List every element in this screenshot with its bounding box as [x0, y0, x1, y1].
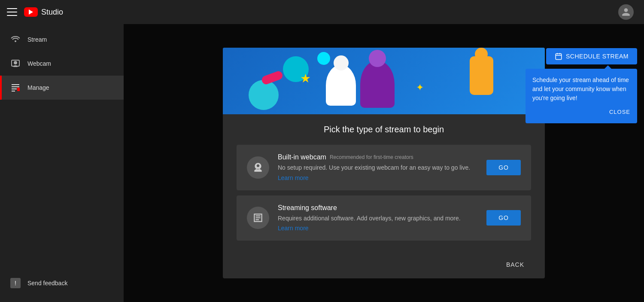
- sidebar-item-webcam[interactable]: Webcam: [0, 52, 124, 76]
- svg-rect-8: [12, 91, 15, 92]
- svg-point-1: [14, 61, 17, 64]
- sidebar-item-manage[interactable]: Manage: [0, 76, 124, 100]
- stream-icon: [10, 34, 21, 45]
- main-content: SCHEDULE STREAM Schedule your stream ahe…: [124, 24, 644, 302]
- svg-rect-9: [17, 88, 20, 91]
- schedule-tooltip: Schedule your stream ahead of time and l…: [526, 69, 637, 123]
- send-feedback-button[interactable]: ! Send feedback: [0, 271, 124, 295]
- sidebar-item-stream[interactable]: Stream: [0, 27, 124, 52]
- software-go-button[interactable]: GO: [486, 210, 521, 226]
- software-learn-more-link[interactable]: Learn more: [278, 225, 309, 232]
- sidebar-stream-label: Stream: [27, 36, 47, 43]
- sidebar: Stream Webcam Manage ! Send: [0, 24, 124, 302]
- feedback-icon: !: [10, 278, 21, 288]
- sidebar-manage-label: Manage: [27, 84, 49, 91]
- menu-icon[interactable]: [7, 7, 17, 17]
- star-icon-2: ✦: [416, 82, 424, 93]
- youtube-logo-icon: [24, 7, 38, 17]
- header: Studio: [0, 0, 644, 24]
- hero-illustration: ★ ✦: [223, 48, 545, 114]
- webcam-option-card: Built-in webcam Recommended for first-ti…: [237, 145, 531, 190]
- svg-point-0: [15, 40, 16, 42]
- svg-rect-10: [556, 54, 562, 60]
- sidebar-bottom: ! Send feedback: [0, 271, 124, 302]
- webcam-option-desc: No setup required. Use your existing web…: [278, 164, 478, 172]
- avatar[interactable]: [618, 4, 634, 20]
- dialog-hero: ★ ✦: [223, 48, 545, 114]
- webcam-option-text: Built-in webcam Recommended for first-ti…: [278, 153, 478, 182]
- webcam-learn-more-link[interactable]: Learn more: [278, 174, 309, 181]
- feedback-label: Send feedback: [27, 280, 67, 287]
- tooltip-close-button[interactable]: CLOSE: [532, 108, 630, 116]
- back-button[interactable]: BACK: [499, 258, 531, 271]
- schedule-area: SCHEDULE STREAM Schedule your stream ahe…: [546, 48, 637, 64]
- svg-rect-7: [12, 88, 17, 89]
- dialog-title: Pick the type of stream to begin: [237, 125, 531, 134]
- tooltip-text: Schedule your stream ahead of time and l…: [532, 76, 629, 101]
- software-option-desc: Requires additional software. Add overla…: [278, 214, 478, 223]
- dialog: ★ ✦ Pick the type of stream to begin: [223, 48, 545, 278]
- dialog-content: Pick the type of stream to begin Built-i…: [223, 114, 545, 256]
- software-option-icon: [247, 207, 269, 229]
- svg-rect-5: [12, 84, 19, 85]
- svg-rect-6: [12, 86, 19, 87]
- webcam-option-icon: [247, 156, 269, 179]
- webcam-go-button[interactable]: GO: [486, 160, 521, 175]
- dialog-footer: BACK: [223, 256, 545, 278]
- sidebar-webcam-label: Webcam: [27, 60, 51, 67]
- schedule-stream-label: SCHEDULE STREAM: [566, 53, 629, 60]
- app-title: Studio: [41, 8, 63, 17]
- manage-icon: [10, 82, 21, 93]
- webcam-recommended-label: Recommended for first-time creators: [330, 154, 413, 160]
- star-icon-1: ★: [300, 71, 311, 85]
- software-option-text: Streaming software Requires additional s…: [278, 204, 478, 232]
- schedule-stream-button[interactable]: SCHEDULE STREAM: [546, 48, 637, 64]
- software-option-card: Streaming software Requires additional s…: [237, 195, 531, 241]
- webcam-option-title: Built-in webcam Recommended for first-ti…: [278, 153, 478, 161]
- software-option-title: Streaming software: [278, 204, 478, 212]
- dialog-overlay: ★ ✦ Pick the type of stream to begin: [124, 24, 644, 302]
- logo: Studio: [24, 7, 63, 17]
- webcam-icon: [10, 58, 21, 69]
